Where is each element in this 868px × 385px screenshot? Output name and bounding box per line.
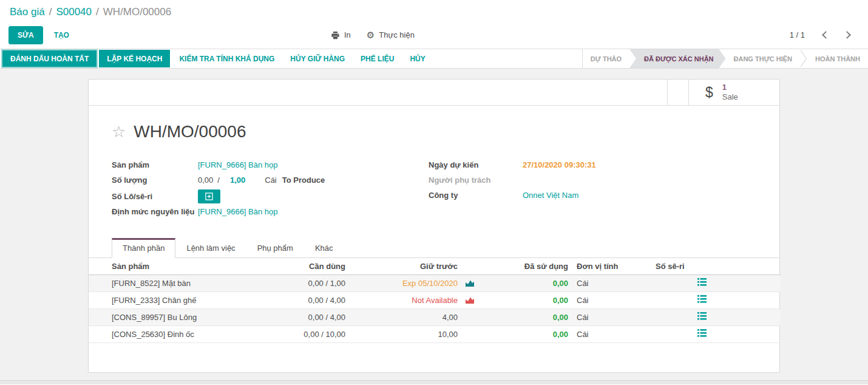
sale-stat-button[interactable]: $ 1 Sale (688, 80, 779, 105)
pager-value: 1 / 1 (790, 30, 805, 39)
product-label: Sản phẩm (112, 160, 198, 169)
bom-value[interactable]: [FURN_9666] Bàn họp (198, 207, 278, 216)
cell-consumed: 0,00 (553, 313, 568, 322)
gear-icon: ⚙ (367, 30, 375, 41)
date-value: 27/10/2020 09:30:31 (523, 160, 596, 169)
status-draft[interactable]: DỰ THẢO (583, 49, 629, 68)
cell-reserved: Exp 05/10/2020 (402, 279, 458, 288)
breadcrumb-separator: / (49, 6, 52, 18)
cell-product: [CONS_89957] Bu Lông (89, 308, 279, 325)
unreserve-button[interactable]: HỦY GIỮ HÀNG (282, 50, 353, 67)
component-row[interactable]: [CONS_25630] Đinh ốc 0,00 / 10,00 10,00 … (89, 325, 781, 342)
component-row[interactable]: [CONS_89957] Bu Lông 0,00 / 4,00 4,00 0,… (89, 308, 781, 325)
sale-count: 1 (722, 83, 738, 92)
breadcrumb-current: WH/MO/00006 (103, 6, 171, 18)
cell-required: 0,00 / 1,00 (279, 274, 345, 291)
tab-misc[interactable]: Khác (304, 238, 344, 258)
status-confirmed[interactable]: ĐÃ ĐƯỢC XÁC NHẬN (629, 49, 725, 68)
check-availability-button[interactable]: KIỂM TRA TÍNH KHẢ DỤNG (171, 50, 282, 67)
quantity-separator: / (217, 175, 220, 185)
dollar-icon: $ (705, 84, 713, 101)
cell-reserved: 10,00 (438, 330, 458, 339)
tab-components[interactable]: Thành phần (112, 238, 175, 258)
col-serial[interactable]: Số sê-ri (650, 258, 781, 274)
serial-list-icon[interactable] (697, 278, 707, 288)
breadcrumb: Báo giá/S00040/WH/MO/00006 (0, 0, 868, 21)
serial-list-icon[interactable] (697, 329, 707, 339)
add-lot-button[interactable] (198, 189, 220, 203)
cell-consumed: 0,00 (553, 279, 568, 288)
pager-next-icon[interactable] (843, 31, 851, 39)
breadcrumb-quotation[interactable]: Báo giá (10, 6, 45, 18)
quantity-done: 0,00 (198, 175, 213, 185)
forecast-chart-icon[interactable] (465, 296, 475, 306)
action-menu[interactable]: ⚙ Thực hiện (367, 30, 415, 41)
cell-product: [FURN_8522] Mặt bàn (89, 274, 279, 291)
components-table: Sản phẩm Cần dùng Giữ trước Đã sử dụng Đ… (89, 258, 781, 343)
cell-product: [CONS_25630] Đinh ốc (89, 325, 279, 342)
quantity-uom: Cái (265, 175, 277, 185)
cell-reserved: 4,00 (442, 313, 458, 322)
component-row[interactable]: [FURN_2333] Chân ghế 0,00 / 4,00 Not Ava… (89, 291, 781, 308)
product-value[interactable]: [FURN_9666] Bàn họp (198, 160, 278, 169)
pager-previous-icon[interactable] (822, 31, 830, 39)
forecast-chart-icon[interactable] (465, 279, 475, 289)
favorite-star-icon[interactable]: ☆ (112, 124, 126, 140)
print-label: In (344, 30, 351, 39)
mark-done-button[interactable]: ĐÁNH DẤU HOÀN TẤT (1, 49, 98, 68)
create-button[interactable]: TẠO (49, 27, 74, 44)
cell-product: [FURN_2333] Chân ghế (89, 291, 279, 308)
status-done[interactable]: HOÀN THÀNH (807, 49, 868, 68)
breadcrumb-separator: / (96, 6, 99, 18)
bom-label: Định mức nguyên liệu (112, 207, 198, 216)
cell-required: 0,00 / 10,00 (279, 325, 345, 342)
form-view: $ 1 Sale ☆ WH/MO/00006 Sản phẩm [FURN_96… (0, 69, 868, 384)
quantity-todo: 1,00 (230, 175, 245, 185)
tab-work-orders[interactable]: Lệnh làm việc (175, 238, 246, 258)
edit-button[interactable]: SỬA (8, 26, 43, 44)
cell-uom: Cái (571, 308, 650, 325)
breadcrumb-sale-order[interactable]: S00040 (56, 6, 92, 18)
action-menu-label: Thực hiện (379, 30, 415, 39)
button-box: $ 1 Sale (89, 80, 779, 106)
cell-required: 0,00 / 4,00 (279, 291, 345, 308)
component-row[interactable]: [FURN_8522] Mặt bàn 0,00 / 1,00 Exp 05/1… (89, 274, 781, 291)
print-icon (331, 31, 340, 39)
plus-square-icon (205, 192, 213, 200)
tab-byproducts[interactable]: Phụ phẩm (246, 238, 304, 258)
serial-list-icon[interactable] (697, 295, 707, 305)
serial-list-icon[interactable] (697, 312, 707, 322)
sale-label: Sale (722, 92, 738, 102)
lot-label: Số Lô/sê-ri (112, 192, 198, 201)
print-menu[interactable]: In (331, 30, 351, 39)
notebook-tabs: Thành phần Lệnh làm việc Phụ phẩm Khác (89, 238, 779, 258)
status-in-progress[interactable]: ĐANG THỰC HIỆN (726, 49, 801, 68)
status-separator-icon (800, 49, 807, 68)
control-panel: SỬA TẠO In ⚙ Thực hiện 1 / 1 (0, 21, 868, 49)
company-value[interactable]: Onnet Việt Nam (523, 191, 578, 200)
cell-consumed: 0,00 (553, 296, 568, 305)
scrap-button[interactable]: PHẾ LIỆU (353, 50, 402, 67)
col-required[interactable]: Cần dùng (279, 258, 345, 274)
quantity-label: Số lượng (112, 175, 198, 185)
col-reserved[interactable]: Giữ trước (345, 258, 483, 274)
sheet: $ 1 Sale ☆ WH/MO/00006 Sản phẩm [FURN_96… (88, 79, 780, 373)
statusbar: DỰ THẢO ĐÃ ĐƯỢC XÁC NHẬN ĐANG THỰC HIỆN … (582, 49, 868, 68)
col-product[interactable]: Sản phẩm (89, 258, 279, 274)
action-statusbar: ĐÁNH DẤU HOÀN TẤT LẬP KẾ HOẠCH KIỂM TRA … (0, 49, 868, 69)
button-box-spacer (667, 80, 688, 105)
cell-uom: Cái (571, 325, 650, 342)
plan-button[interactable]: LẬP KẾ HOẠCH (99, 50, 170, 67)
cancel-button[interactable]: HỦY (402, 50, 433, 67)
cell-required: 0,00 / 4,00 (279, 308, 345, 325)
cell-uom: Cái (571, 291, 650, 308)
cell-consumed: 0,00 (553, 330, 568, 339)
cell-uom: Cái (571, 274, 650, 291)
col-uom[interactable]: Đơn vị tính (571, 258, 650, 274)
cell-reserved: Not Available (412, 296, 458, 305)
pager: 1 / 1 (790, 30, 858, 39)
date-label: Ngày dự kiến (429, 160, 523, 169)
footer-strip (0, 380, 868, 384)
col-consumed[interactable]: Đã sử dụng (483, 258, 571, 274)
record-title: WH/MO/00006 (134, 122, 246, 141)
